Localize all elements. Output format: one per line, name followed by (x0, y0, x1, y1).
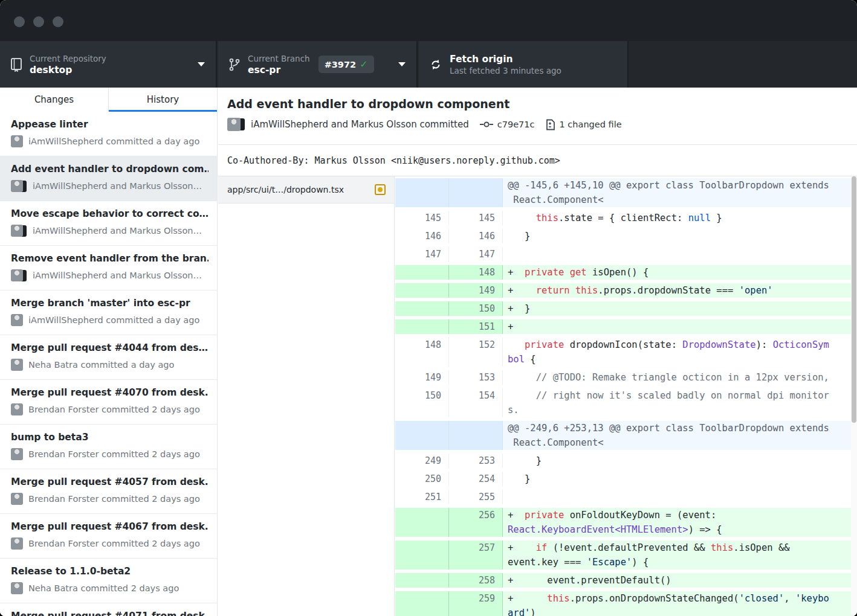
commit-list-item[interactable]: Merge pull request #4044 from des…Neha B… (0, 335, 217, 380)
new-line-number: 253 (449, 454, 503, 468)
diff-line: React.KeyboardEvent<HTMLElement>) => { (395, 522, 857, 539)
commit-item-title: Appease linter (11, 118, 209, 130)
new-line-number (449, 421, 503, 435)
diff-code-text: @@ -249,6 +253,13 @@ export class Toolba… (503, 421, 857, 435)
commit-list-item[interactable]: Move escape behavior to correct co…iAmWi… (0, 201, 217, 246)
diff-code-text: React.KeyboardEvent<HTMLElement>) => { (503, 522, 857, 537)
diff-line: ard') (395, 606, 857, 616)
diff-line: s. (395, 403, 857, 419)
diff-code-text (503, 490, 857, 504)
new-line-number: 257 (449, 541, 503, 555)
chevron-down-icon (398, 62, 406, 66)
old-line-number: 250 (395, 472, 449, 486)
window-close-button[interactable] (14, 16, 25, 27)
diff-scrollbar (851, 176, 857, 616)
commit-list-item[interactable]: Merge pull request #4067 from desk..Bren… (0, 514, 217, 559)
diff-code-text (503, 247, 857, 261)
old-line-number: 148 (395, 338, 449, 352)
diff-line: 146146 } (395, 227, 857, 245)
diff-code-text: this.state = { clientRect: null } (503, 211, 857, 225)
commit-item-meta: iAmWillShepherd committed a day ago (28, 136, 199, 146)
new-line-number (449, 606, 503, 616)
diff-code-text: bol { (503, 352, 857, 367)
fetch-origin-button[interactable]: Fetch origin Last fetched 3 minutes ago (419, 41, 629, 88)
diff-line: 145145 this.state = { clientRect: null } (395, 209, 857, 227)
commit-item-title: Remove event handler from the bran… (11, 252, 209, 265)
avatar (11, 225, 27, 237)
diff-line: event.key === 'Escape') { (395, 555, 857, 571)
old-line-number (395, 193, 449, 207)
current-repository-button[interactable]: Current Repository desktop (0, 41, 217, 88)
commit-list-item[interactable]: Appease linteriAmWillShepherd committed … (0, 112, 217, 156)
commit-item-title: Merge branch 'master' into esc-pr (11, 297, 209, 309)
current-repository-value: desktop (30, 64, 106, 76)
window-zoom-button[interactable] (53, 16, 63, 27)
github-desktop-window: Current Repository desktop Current Branc… (0, 0, 857, 616)
fetch-origin-subtitle: Last fetched 3 minutes ago (450, 65, 561, 76)
diff-line: 151+ (395, 318, 857, 336)
old-line-number (395, 541, 449, 555)
diff-code-text: + } (503, 301, 857, 316)
new-line-number (449, 522, 503, 537)
tab-history[interactable]: History (108, 88, 217, 112)
new-line-number: 147 (449, 247, 503, 261)
old-line-number (395, 555, 449, 569)
window-minimize-button[interactable] (33, 16, 44, 27)
commit-item-title: bump to beta3 (11, 431, 209, 443)
diff-code-text: // @TODO: Remake triangle octicon in a 1… (503, 370, 857, 385)
tab-changes[interactable]: Changes (0, 88, 108, 112)
pull-request-badge: #3972 ✓ (319, 56, 374, 73)
new-line-number: 149 (449, 283, 503, 298)
avatar (11, 359, 23, 371)
avatar (11, 180, 27, 192)
commit-list-item[interactable]: Merge pull request #4071 from desk.. (0, 603, 217, 616)
avatar (227, 118, 245, 131)
diff-line: 150154 // right now it's scaled badly on… (395, 387, 857, 403)
commit-item-title: Merge pull request #4070 from desk.. (11, 387, 209, 399)
current-branch-label: Current Branch (248, 53, 310, 64)
commit-list-item[interactable]: Merge branch 'master' into esc-priAmWill… (0, 290, 217, 335)
commit-item-meta: Brendan Forster committed 2 days ago (28, 494, 200, 504)
fetch-origin-title: Fetch origin (450, 53, 561, 65)
commit-summary: Add event handler to dropdown component … (218, 88, 857, 145)
commit-list-item[interactable]: Add event handler to dropdown com…iAmWil… (0, 156, 217, 201)
avatar (11, 582, 23, 594)
commit-item-meta: iAmWillShepherd and Markus Olsson… (33, 271, 202, 280)
diff-code-text: + private onFoldoutKeyDown = (event: (503, 508, 857, 522)
commit-list-item[interactable]: Remove event handler from the bran…iAmWi… (0, 246, 217, 290)
commit-sha[interactable]: c79e71c (497, 120, 535, 129)
toolbar: Current Repository desktop Current Branc… (0, 41, 857, 88)
changed-files-count: 1 changed file (560, 120, 622, 129)
commit-list-item[interactable]: bump to beta3Brendan Forster committed 2… (0, 425, 217, 469)
commit-item-meta: Neha Batra committed a day ago (28, 360, 174, 370)
old-line-number: 147 (395, 247, 449, 261)
diff-hunk-header: @@ -249,6 +253,13 @@ export class Toolba… (395, 419, 857, 435)
commit-list: Appease linteriAmWillShepherd committed … (0, 112, 217, 616)
changed-file-row[interactable]: app/src/ui/t…/dropdown.tsx (218, 176, 394, 204)
new-line-number: 259 (449, 591, 503, 606)
new-line-number: 150 (449, 301, 503, 316)
diff-code-text: } (503, 472, 857, 486)
old-line-number (395, 178, 449, 193)
commit-list-item[interactable]: Merge pull request #4070 from desk..Bren… (0, 380, 217, 425)
commit-list-item[interactable]: Release to 1.1.0-beta2Neha Batra committ… (0, 559, 217, 603)
current-branch-button[interactable]: Current Branch esc-pr #3972 ✓ (218, 41, 418, 88)
diff-code-text: event.key === 'Escape') { (503, 555, 857, 569)
git-commit-icon (480, 120, 493, 129)
new-line-number: 255 (449, 490, 503, 504)
changed-file-path: app/src/ui/t…/dropdown.tsx (227, 185, 375, 194)
old-line-number: 145 (395, 211, 449, 225)
sidebar-tabbar: Changes History (0, 88, 217, 112)
new-line-number: 254 (449, 472, 503, 486)
diff-code-text: + if (!event.defaultPrevented && this.is… (503, 541, 857, 555)
commit-list-item[interactable]: Merge pull request #4057 from desk..Bren… (0, 469, 217, 514)
diff-code-text: + return this.props.dropdownState === 'o… (503, 283, 857, 298)
commit-item-title: Merge pull request #4044 from des… (11, 342, 209, 354)
diff-scrollbar-thumb[interactable] (852, 176, 856, 423)
diff-code-text: React.Component< (503, 435, 857, 450)
old-line-number (395, 352, 449, 367)
new-line-number (449, 193, 503, 207)
diff-code-text: } (503, 454, 857, 468)
current-branch-value: esc-pr (248, 64, 310, 76)
old-line-number (395, 421, 449, 435)
